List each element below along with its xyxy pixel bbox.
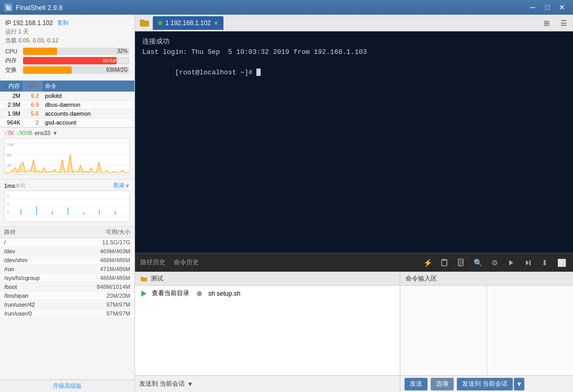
cpu-fill (23, 48, 57, 55)
title-bar: 🐚 FinalShell 2.9.8 ─ □ ✕ (0, 0, 573, 15)
ping-graph: 2 1 0 (4, 191, 130, 222)
bottom-right-footer: 发送 选项 发送到 当前会话 ▼ (400, 375, 573, 392)
send-to-button[interactable]: 发送到 当前会话 (457, 378, 513, 390)
clipboard-icon[interactable] (438, 256, 451, 269)
svg-rect-16 (52, 211, 53, 215)
send-button[interactable]: 发送 (405, 378, 428, 390)
svg-text:3K: 3K (7, 163, 12, 168)
mem-progress: 857M/972M (23, 57, 129, 64)
left-panel: IP 192.168.1.102 复制 运行 1 天 负载 0.05, 0.03… (0, 15, 135, 392)
search-icon[interactable]: 🔍 (471, 256, 484, 269)
document-icon[interactable] (455, 256, 467, 269)
disk-row: /sys/fs/cgroup 486M/486M (0, 274, 134, 283)
network-graph: 10K 6K 3K (4, 138, 130, 175)
net-down-label: ↓900B (16, 130, 32, 136)
process-row: 2M 9.2 polkitd (0, 92, 134, 100)
ping-section: 1ms 本机 香港 ▼ 2 1 0 (0, 179, 134, 226)
cpu-text: 32% (117, 48, 128, 55)
process-cpu-header[interactable]: CPU (24, 81, 42, 92)
close-button[interactable]: ✕ (555, 2, 569, 13)
cmd-history-button[interactable]: 命令历史 (174, 258, 199, 267)
options-button[interactable]: 选项 (431, 378, 454, 390)
svg-text:1: 1 (7, 201, 9, 206)
copy-ip-button[interactable]: 复制 (57, 19, 69, 27)
svg-rect-15 (36, 207, 37, 215)
svg-marker-27 (509, 260, 513, 265)
swap-progress: 936M/2G (23, 66, 129, 74)
minimize-button[interactable]: ─ (526, 2, 540, 13)
process-cmd-cell: accounts-daemon (42, 109, 134, 118)
process-mem-header[interactable]: 内存 (0, 81, 24, 92)
tab-close-button[interactable]: × (214, 19, 218, 27)
send-to-dropdown-arrow[interactable]: ▼ (187, 380, 193, 388)
bottom-left-footer: 发送到 当前会话 ▼ (135, 375, 400, 392)
process-cpu-cell: 5.6 (24, 109, 42, 118)
process-list: 2M 9.2 polkitd 2.9M 6.9 dbus-daemon 1.9M… (0, 92, 134, 127)
process-mem-cell: 964K (0, 118, 24, 127)
net-dropdown-arrow[interactable]: ▼ (52, 130, 58, 136)
main-container: IP 192.168.1.102 复制 运行 1 天 负载 0.05, 0.03… (0, 15, 573, 392)
tab-bar-right: ⊞ ☰ (540, 16, 571, 30)
svg-rect-18 (83, 212, 84, 215)
script-cmd-1: sh setup.sh (208, 290, 240, 297)
server-uptime: 运行 1 天 (5, 28, 129, 36)
terminal-tab[interactable]: 1 192.168.1.102 × (153, 16, 223, 30)
terminal[interactable]: 连接成功 Last login: Thu Sep 5 10:03:32 2019… (135, 31, 573, 253)
settings-icon[interactable]: ⚙ (488, 256, 501, 269)
ping-local: 本机 (15, 182, 26, 189)
ping-latency: 1ms (4, 183, 15, 189)
cpu-label: CPU (5, 48, 20, 54)
folder-icon[interactable] (137, 16, 152, 30)
svg-text:6K: 6K (7, 153, 12, 158)
server-info: IP 192.168.1.102 复制 运行 1 天 负载 0.05, 0.03… (0, 15, 134, 81)
script-stop-indicator (197, 291, 202, 296)
tab-label: 1 192.168.1.102 (165, 19, 211, 27)
right-panel: 1 192.168.1.102 × ⊞ ☰ 连接成功 Last login: T… (135, 15, 573, 392)
disk-row: / 11.5G/17G (0, 238, 134, 247)
terminal-cursor (256, 69, 261, 76)
mem-label: 内存 (5, 57, 20, 64)
bottom-right-panel: 命令输入区 发送 选项 发送到 当前会话 ▼ (400, 272, 573, 392)
upgrade-button[interactable]: 升级高级版 (0, 379, 134, 392)
tab-bar: 1 192.168.1.102 × ⊞ ☰ (135, 15, 573, 31)
script-name-1: 查看当前目录 (152, 289, 189, 298)
process-row: 1.9M 5.6 accounts-daemon (0, 109, 134, 118)
script-item-1: 查看当前目录 sh setup.sh (140, 289, 395, 298)
svg-rect-14 (20, 209, 21, 215)
send-to-arrow[interactable]: ▼ (514, 378, 524, 390)
net-interface: ens33 (35, 130, 50, 136)
bottom-right-header: 命令输入区 (400, 272, 573, 286)
svg-text:10K: 10K (7, 142, 15, 147)
process-cmd-header[interactable]: 命令 (42, 81, 134, 92)
lightning-icon[interactable]: ⚡ (421, 256, 434, 269)
resource-bars: CPU 32% 内存 857M/972M 交换 (5, 48, 129, 74)
terminal-line-1: 连接成功 (142, 37, 566, 47)
script-play-button-1[interactable] (140, 290, 148, 297)
ping-location-label[interactable]: 香港 (113, 182, 125, 189)
path-history-button[interactable]: 路径历史 (140, 258, 165, 267)
menu-icon[interactable]: ☰ (556, 16, 571, 30)
process-cmd-cell: polkitd (42, 92, 134, 100)
process-cmd-cell: gsd-account (42, 118, 134, 127)
maximize-button[interactable]: □ (541, 2, 554, 13)
process-row: 964K 2 gsd-account (0, 118, 134, 127)
svg-text:0: 0 (7, 209, 9, 214)
command-input-divider (487, 286, 487, 375)
square-icon[interactable]: ⬜ (555, 256, 568, 269)
stop-circle-icon (197, 291, 202, 296)
bottom-left-panel: 测试 查看当前目录 sh setup.sh (135, 272, 400, 392)
play-icon[interactable] (505, 256, 518, 269)
play2-icon[interactable] (522, 256, 534, 269)
ping-dropdown[interactable]: ▼ (125, 183, 130, 189)
command-input-area[interactable] (400, 286, 573, 375)
swap-label: 交换 (5, 66, 20, 74)
process-header: 内存 CPU 命令 (0, 81, 134, 92)
svg-rect-20 (115, 211, 116, 215)
grid-view-icon[interactable]: ⊞ (540, 16, 554, 30)
download-icon[interactable]: ⬇ (538, 256, 551, 269)
disk-row: /dev/shm 486M/486M (0, 256, 134, 265)
disk-row: /linshipan 20M/20M (0, 292, 134, 300)
svg-marker-28 (526, 260, 529, 265)
svg-text:2: 2 (7, 194, 9, 198)
app-title: FinalShell 2.9.8 (16, 4, 63, 12)
